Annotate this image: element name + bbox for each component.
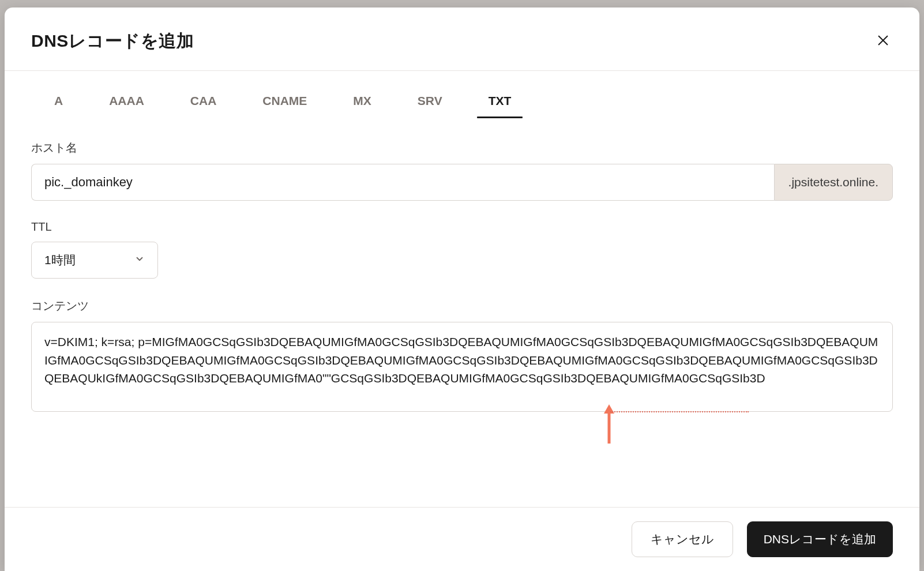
record-type-tabs: A AAAA CAA CNAME MX SRV TXT <box>31 86 893 118</box>
tab-cname[interactable]: CNAME <box>239 86 330 118</box>
close-button[interactable] <box>873 31 893 52</box>
cancel-button[interactable]: キャンセル <box>632 521 733 557</box>
content-group: コンテンツ <box>31 298 893 414</box>
hostname-label: ホスト名 <box>31 140 893 156</box>
content-label: コンテンツ <box>31 298 893 314</box>
ttl-selected-value: 1時間 <box>44 252 76 268</box>
close-icon <box>877 34 889 48</box>
hostname-suffix: .jpsitetest.online. <box>774 164 893 201</box>
modal-header: DNSレコードを追加 <box>5 7 919 71</box>
tab-aaaa[interactable]: AAAA <box>86 86 167 118</box>
tab-caa[interactable]: CAA <box>167 86 240 118</box>
hostname-group: ホスト名 .jpsitetest.online. <box>31 140 893 201</box>
hostname-row: .jpsitetest.online. <box>31 164 893 201</box>
modal-title: DNSレコードを追加 <box>31 29 194 53</box>
add-dns-record-modal: DNSレコードを追加 A AAAA CAA CNAME MX SRV TXT ホ… <box>5 7 919 571</box>
content-textarea[interactable] <box>31 322 893 412</box>
tab-mx[interactable]: MX <box>330 86 395 118</box>
chevron-down-icon <box>134 253 145 267</box>
hostname-input[interactable] <box>31 164 774 201</box>
ttl-select[interactable]: 1時間 <box>31 242 158 279</box>
tab-txt[interactable]: TXT <box>465 86 535 118</box>
modal-body: A AAAA CAA CNAME MX SRV TXT ホスト名 .jpsite… <box>5 71 919 507</box>
ttl-group: TTL 1時間 <box>31 220 893 279</box>
submit-button[interactable]: DNSレコードを追加 <box>747 521 893 557</box>
modal-footer: キャンセル DNSレコードを追加 <box>5 507 919 571</box>
tab-srv[interactable]: SRV <box>395 86 465 118</box>
ttl-label: TTL <box>31 220 893 234</box>
tab-a[interactable]: A <box>31 86 86 118</box>
